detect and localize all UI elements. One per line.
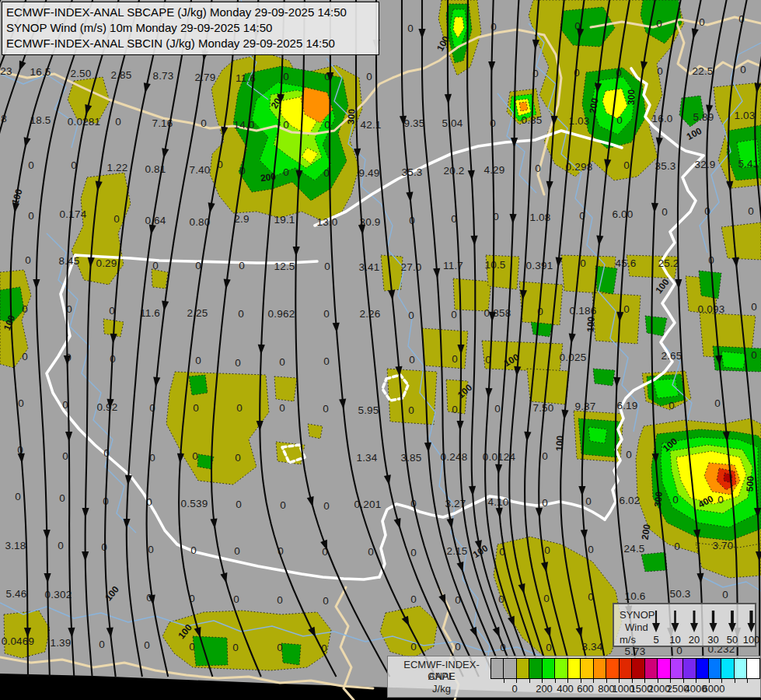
- wind-legend-subtitle: Wind: [625, 621, 648, 633]
- cape-color-cell: [504, 659, 516, 678]
- cape-tick-label: 400: [557, 683, 574, 695]
- title-box: ECMWF-INDEX-ANAL SBCAPE (J/kg) Monday 29…: [2, 2, 379, 55]
- cape-tick-mark: [555, 679, 556, 683]
- wind-legend: SYNOP Wind m/s 510203050100: [613, 603, 756, 647]
- title-line-sbcape: ECMWF-INDEX-ANAL SBCAPE (J/kg) Monday 29…: [6, 5, 374, 20]
- cape-color-cell: [632, 659, 644, 678]
- cape-legend: ECMWF-INDEX-ANAL CAPE J/kg 0200400600800…: [387, 656, 761, 698]
- wind-speed-label: 10: [669, 634, 680, 646]
- wind-speed-label: 20: [689, 634, 700, 646]
- cape-color-cell: [671, 659, 683, 678]
- cape-tick-mark: [504, 679, 504, 683]
- wind-arrow-icons: [647, 607, 756, 639]
- cape-color-cell: [543, 659, 555, 678]
- cape-color-cell: [747, 659, 759, 678]
- cape-color-cell: [594, 659, 606, 678]
- wind-speed-label: 100: [743, 634, 760, 646]
- cape-legend-param: CAPE: [396, 670, 487, 682]
- wind-legend-units: m/s: [620, 634, 636, 646]
- cape-color-cell: [709, 659, 721, 678]
- cape-tick-label: 600: [577, 683, 594, 695]
- cape-legend-units: J/kg: [396, 683, 487, 695]
- weather-map: 0000002316.52.502.858.732.7911.600000002…: [0, 0, 761, 700]
- cape-color-cell: [555, 659, 567, 678]
- cape-color-cell: [683, 659, 696, 678]
- wind-speed-label: 50: [727, 634, 738, 646]
- cape-color-cell: [735, 659, 747, 678]
- title-line-sbcin: ECMWF-INDEX-ANAL SBCIN (J/kg) Monday 29-…: [6, 36, 374, 51]
- cape-tick-mark: [735, 679, 735, 683]
- cape-color-bar: [490, 658, 760, 679]
- cape-color-cell: [517, 659, 529, 678]
- cape-color-cell: [696, 659, 709, 678]
- cape-tick-label: 200: [536, 683, 553, 695]
- cape-color-cell: [721, 659, 734, 678]
- title-line-wind: SYNOP Wind (m/s) 10m Monday 29-09-2025 1…: [6, 20, 374, 36]
- cape-color-cell: [606, 659, 619, 678]
- cape-tick-label: 6000: [703, 683, 725, 695]
- wind-speed-label: 5: [653, 634, 658, 646]
- cape-tick-mark: [529, 679, 530, 683]
- cape-color-cell: [568, 659, 581, 678]
- cape-color-cell: [581, 659, 593, 678]
- cape-color-cell: [645, 659, 658, 678]
- cape-color-cell: [529, 659, 542, 678]
- wind-streamlines-layer: [0, 0, 761, 700]
- cape-color-cell: [658, 659, 670, 678]
- cape-tick-mark: [747, 679, 748, 683]
- cape-color-cell: [620, 659, 632, 678]
- cape-tick-label: 0: [511, 683, 517, 695]
- cape-color-cell: [491, 659, 504, 678]
- wind-speed-label: 30: [707, 634, 718, 646]
